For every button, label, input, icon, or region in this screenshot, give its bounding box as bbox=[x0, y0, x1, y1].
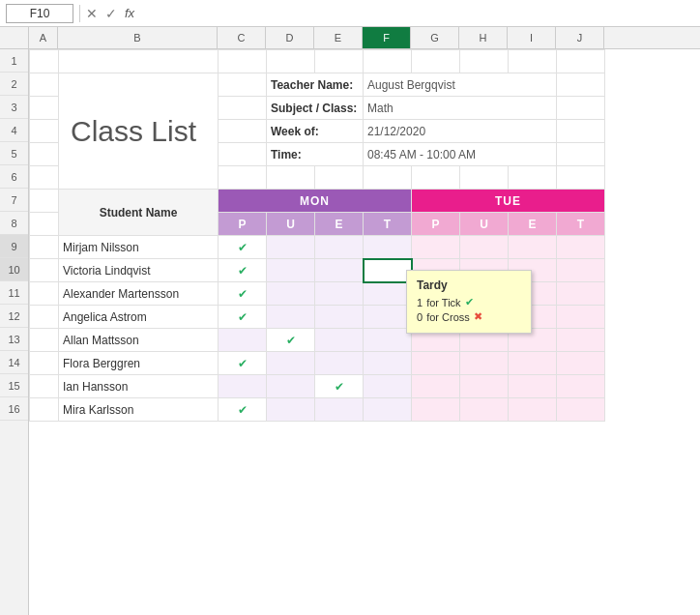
cell-reference-box[interactable]: F10 bbox=[6, 4, 73, 23]
cell-c10[interactable]: ✔ bbox=[219, 259, 267, 282]
row-num-1[interactable]: 1 bbox=[0, 49, 28, 73]
cell-j16[interactable] bbox=[557, 398, 605, 422]
cell-e13[interactable] bbox=[315, 329, 364, 352]
cell-c5[interactable] bbox=[219, 143, 267, 166]
row-num-6[interactable]: 6 bbox=[0, 165, 28, 189]
cell-g15[interactable] bbox=[412, 375, 460, 398]
col-header-d[interactable]: D bbox=[266, 27, 314, 48]
row-num-10[interactable]: 10 bbox=[0, 258, 28, 281]
cell-h9[interactable] bbox=[460, 236, 509, 259]
cell-c2[interactable] bbox=[219, 73, 267, 97]
fx-icon[interactable]: fx bbox=[125, 6, 134, 21]
cell-a3[interactable] bbox=[30, 97, 59, 120]
cell-d1[interactable] bbox=[267, 50, 315, 73]
cell-e14[interactable] bbox=[315, 352, 364, 375]
cell-g16[interactable] bbox=[412, 398, 460, 422]
cell-b1[interactable] bbox=[59, 50, 219, 73]
cell-a11[interactable] bbox=[30, 282, 59, 306]
cell-d16[interactable] bbox=[267, 398, 315, 422]
cell-a1[interactable] bbox=[30, 50, 59, 73]
cell-i9[interactable] bbox=[509, 236, 557, 259]
col-header-f[interactable]: F bbox=[363, 27, 411, 48]
col-header-h[interactable]: H bbox=[459, 27, 508, 48]
col-header-i[interactable]: I bbox=[508, 27, 556, 48]
row-num-8[interactable]: 8 bbox=[0, 212, 28, 235]
cell-c14[interactable]: ✔ bbox=[219, 352, 267, 375]
cell-f11[interactable] bbox=[364, 282, 412, 306]
cell-a10[interactable] bbox=[30, 259, 59, 282]
cell-a4[interactable] bbox=[30, 120, 59, 143]
cell-f10-selected[interactable] bbox=[364, 259, 412, 282]
cell-e12[interactable] bbox=[315, 306, 364, 329]
cell-d12[interactable] bbox=[267, 306, 315, 329]
cell-c15[interactable] bbox=[219, 375, 267, 398]
cell-c3[interactable] bbox=[219, 97, 267, 120]
cell-f9[interactable] bbox=[364, 236, 412, 259]
cell-h14[interactable] bbox=[460, 352, 509, 375]
cell-a5[interactable] bbox=[30, 143, 59, 166]
cell-e11[interactable] bbox=[315, 282, 364, 306]
cell-e9[interactable] bbox=[315, 236, 364, 259]
row-num-4[interactable]: 4 bbox=[0, 119, 28, 142]
cell-j1[interactable] bbox=[557, 50, 605, 73]
cell-c12[interactable]: ✔ bbox=[219, 306, 267, 329]
col-header-g[interactable]: G bbox=[411, 27, 459, 48]
row-num-3[interactable]: 3 bbox=[0, 96, 28, 119]
cell-d15[interactable] bbox=[267, 375, 315, 398]
cell-a9[interactable] bbox=[30, 236, 59, 259]
cell-j13[interactable] bbox=[557, 329, 605, 352]
cell-g14[interactable] bbox=[412, 352, 460, 375]
col-header-c[interactable]: C bbox=[218, 27, 266, 48]
cell-i1[interactable] bbox=[509, 50, 557, 73]
row-num-12[interactable]: 12 bbox=[0, 305, 28, 328]
row-num-5[interactable]: 5 bbox=[0, 142, 28, 165]
cell-c16[interactable]: ✔ bbox=[219, 398, 267, 422]
cell-c4[interactable] bbox=[219, 120, 267, 143]
cell-f14[interactable] bbox=[364, 352, 412, 375]
cell-d13[interactable]: ✔ bbox=[267, 329, 315, 352]
cell-j5[interactable] bbox=[557, 143, 605, 166]
cell-i15[interactable] bbox=[509, 375, 557, 398]
cell-e15[interactable]: ✔ bbox=[315, 375, 364, 398]
cell-e16[interactable] bbox=[315, 398, 364, 422]
cell-h6[interactable] bbox=[460, 166, 509, 190]
row-num-11[interactable]: 11 bbox=[0, 281, 28, 305]
cell-h16[interactable] bbox=[460, 398, 509, 422]
cell-f16[interactable] bbox=[364, 398, 412, 422]
cell-f12[interactable] bbox=[364, 306, 412, 329]
cell-c6[interactable] bbox=[219, 166, 267, 190]
cell-d10[interactable] bbox=[267, 259, 315, 282]
cell-c13[interactable] bbox=[219, 329, 267, 352]
cell-a16[interactable] bbox=[30, 398, 59, 422]
cell-g9[interactable] bbox=[412, 236, 460, 259]
cell-e1[interactable] bbox=[315, 50, 364, 73]
col-header-a[interactable]: A bbox=[29, 27, 58, 48]
cell-c9[interactable]: ✔ bbox=[219, 236, 267, 259]
confirm-icon[interactable]: ✓ bbox=[105, 6, 117, 21]
row-num-15[interactable]: 15 bbox=[0, 374, 28, 397]
cell-i14[interactable] bbox=[509, 352, 557, 375]
cell-c11[interactable]: ✔ bbox=[219, 282, 267, 306]
cell-j10[interactable] bbox=[557, 259, 605, 282]
col-header-e[interactable]: E bbox=[314, 27, 363, 48]
cell-j15[interactable] bbox=[557, 375, 605, 398]
cell-a14[interactable] bbox=[30, 352, 59, 375]
cell-j12[interactable] bbox=[557, 306, 605, 329]
cell-g1[interactable] bbox=[412, 50, 460, 73]
cell-a12[interactable] bbox=[30, 306, 59, 329]
cell-j2[interactable] bbox=[557, 73, 605, 97]
cell-e6[interactable] bbox=[315, 166, 364, 190]
cell-e10[interactable] bbox=[315, 259, 364, 282]
cancel-icon[interactable]: ✕ bbox=[86, 6, 98, 21]
cell-c1[interactable] bbox=[219, 50, 267, 73]
row-num-7[interactable]: 7 bbox=[0, 189, 28, 212]
cell-j6[interactable] bbox=[557, 166, 605, 190]
cell-d6[interactable] bbox=[267, 166, 315, 190]
cell-f13[interactable] bbox=[364, 329, 412, 352]
cell-i16[interactable] bbox=[509, 398, 557, 422]
cell-d14[interactable] bbox=[267, 352, 315, 375]
cell-i6[interactable] bbox=[509, 166, 557, 190]
cell-a15[interactable] bbox=[30, 375, 59, 398]
cell-d9[interactable] bbox=[267, 236, 315, 259]
cell-f6[interactable] bbox=[364, 166, 412, 190]
